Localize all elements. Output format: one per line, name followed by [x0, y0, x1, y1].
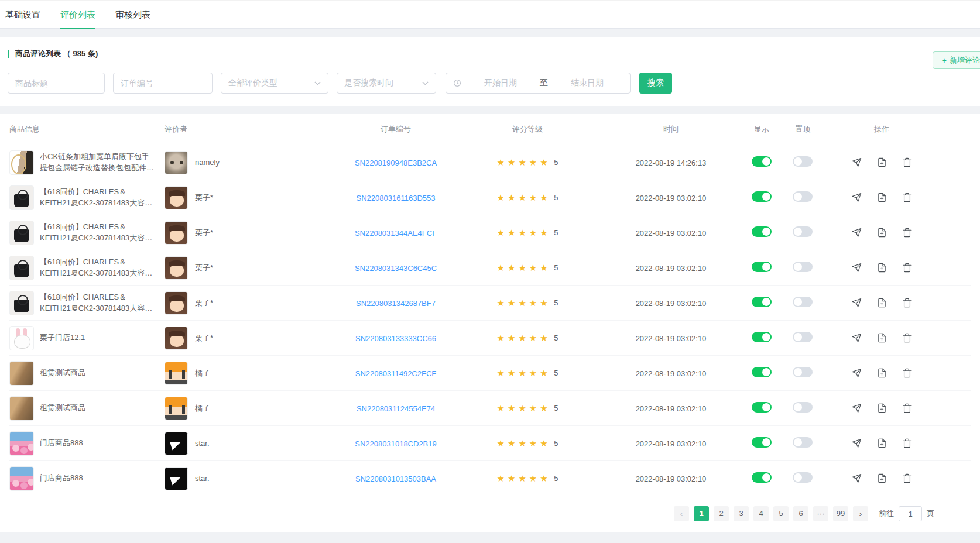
delete-icon[interactable]: [902, 157, 912, 167]
product-thumbnail: [9, 466, 34, 491]
page-ellipsis[interactable]: ···: [813, 506, 828, 521]
delete-icon[interactable]: [902, 228, 912, 238]
table-row: 门店商品888 star. SN2208031013503BAA ★★★★★ 5…: [9, 461, 971, 496]
export-icon[interactable]: [877, 193, 887, 202]
page-button-6[interactable]: 6: [793, 506, 808, 521]
order-sn-link[interactable]: SN2208031018CD2B19: [355, 439, 437, 448]
display-toggle[interactable]: [752, 367, 772, 377]
pin-toggle[interactable]: [793, 402, 813, 413]
order-sn-link[interactable]: SN220803161163D553: [357, 194, 436, 202]
export-icon[interactable]: [877, 368, 887, 378]
time-search-select[interactable]: 是否搜索时间: [337, 73, 436, 94]
order-sn-link[interactable]: SN220803133333CC66: [355, 334, 436, 343]
send-icon[interactable]: [852, 473, 862, 483]
product-title-input[interactable]: [8, 73, 105, 94]
display-toggle[interactable]: [752, 297, 772, 307]
start-date-placeholder[interactable]: 开始日期: [465, 78, 536, 88]
pin-toggle[interactable]: [793, 191, 813, 202]
order-sn-link[interactable]: SN22080311492C2FCF: [355, 369, 437, 378]
pin-toggle[interactable]: [793, 367, 813, 377]
display-toggle[interactable]: [752, 402, 772, 413]
order-sn-link[interactable]: SN2208031124554E74: [357, 404, 435, 413]
tab-audit-list[interactable]: 审核列表: [115, 1, 150, 28]
export-icon[interactable]: [877, 228, 887, 238]
delete-icon[interactable]: [902, 298, 912, 308]
reviewer-avatar: [165, 432, 188, 455]
page-button-2[interactable]: 2: [714, 506, 729, 521]
send-icon[interactable]: [852, 333, 862, 343]
display-toggle[interactable]: [752, 332, 772, 342]
export-icon[interactable]: [877, 298, 887, 308]
delete-icon[interactable]: [902, 403, 912, 413]
product-thumbnail: [9, 256, 34, 280]
star-rating-icons: ★★★★★: [497, 263, 551, 273]
delete-icon[interactable]: [902, 473, 912, 483]
page-buttons: 123456···99: [691, 506, 851, 521]
tab-review-list[interactable]: 评价列表: [60, 1, 95, 28]
review-type-select[interactable]: 全部评价类型: [221, 73, 328, 94]
send-icon[interactable]: [852, 228, 862, 238]
delete-icon[interactable]: [902, 368, 912, 378]
send-icon[interactable]: [852, 157, 862, 167]
page-button-99[interactable]: 99: [833, 506, 848, 521]
product-thumbnail: [9, 361, 34, 386]
send-icon[interactable]: [852, 368, 862, 378]
end-date-placeholder[interactable]: 结束日期: [551, 78, 623, 88]
export-icon[interactable]: [877, 157, 887, 167]
next-page-button[interactable]: ›: [853, 506, 868, 521]
table-row: 门店商品888 star. SN2208031018CD2B19 ★★★★★ 5…: [9, 426, 971, 461]
send-icon[interactable]: [852, 403, 862, 413]
display-toggle[interactable]: [752, 262, 772, 272]
display-toggle[interactable]: [752, 226, 772, 237]
display-toggle[interactable]: [752, 472, 772, 483]
page-button-5[interactable]: 5: [773, 506, 789, 521]
order-sn-link[interactable]: SN2208031343C6C45C: [355, 264, 437, 273]
tab-basic-settings[interactable]: 基础设置: [5, 1, 40, 28]
page-button-1[interactable]: 1: [694, 506, 709, 521]
pin-toggle[interactable]: [793, 332, 813, 342]
reviewer-name: namely: [195, 158, 220, 167]
goto-page-input[interactable]: [899, 506, 922, 521]
pin-toggle[interactable]: [793, 437, 813, 448]
page-button-3[interactable]: 3: [734, 506, 749, 521]
export-icon[interactable]: [877, 438, 887, 448]
reviewer-name: 栗子*: [195, 193, 213, 203]
export-icon[interactable]: [877, 263, 887, 273]
send-icon[interactable]: [852, 438, 862, 448]
order-sn-link[interactable]: SN2208031342687BF7: [356, 299, 436, 308]
display-toggle[interactable]: [752, 156, 772, 167]
star-rating-icons: ★★★★★: [497, 298, 551, 308]
delete-icon[interactable]: [902, 333, 912, 343]
prev-page-button[interactable]: ‹: [674, 506, 689, 521]
review-time: 2022-08-19 03:02:10: [636, 229, 707, 238]
order-no-input[interactable]: [113, 73, 213, 94]
pin-toggle[interactable]: [793, 472, 813, 483]
delete-icon[interactable]: [902, 193, 912, 202]
export-icon[interactable]: [877, 473, 887, 483]
pin-toggle[interactable]: [793, 156, 813, 167]
delete-icon[interactable]: [902, 263, 912, 273]
pin-toggle[interactable]: [793, 226, 813, 237]
product-thumbnail: [9, 291, 34, 315]
reviewer-avatar: [165, 397, 188, 420]
product-title: 小CK链条加粗加宽单肩腋下包手提包金属链子改造替换包包配件单买: [40, 152, 157, 174]
header-actions: 操作: [823, 124, 940, 135]
send-icon[interactable]: [852, 263, 862, 273]
send-icon[interactable]: [852, 193, 862, 202]
rating-score: 5: [554, 474, 558, 483]
send-icon[interactable]: [852, 298, 862, 308]
order-sn-link[interactable]: SN2208190948E3B2CA: [355, 159, 437, 167]
date-range-picker[interactable]: 开始日期 至 结束日期: [446, 73, 631, 94]
search-button[interactable]: 搜索: [639, 73, 672, 94]
display-toggle[interactable]: [752, 437, 772, 448]
export-icon[interactable]: [877, 333, 887, 343]
add-review-button[interactable]: + 新增评论: [933, 51, 980, 69]
export-icon[interactable]: [877, 403, 887, 413]
pin-toggle[interactable]: [793, 297, 813, 307]
delete-icon[interactable]: [902, 438, 912, 448]
pin-toggle[interactable]: [793, 262, 813, 272]
order-sn-link[interactable]: SN2208031013503BAA: [355, 475, 436, 483]
display-toggle[interactable]: [752, 191, 772, 202]
page-button-4[interactable]: 4: [753, 506, 769, 521]
order-sn-link[interactable]: SN2208031344AE4FCF: [355, 229, 437, 238]
